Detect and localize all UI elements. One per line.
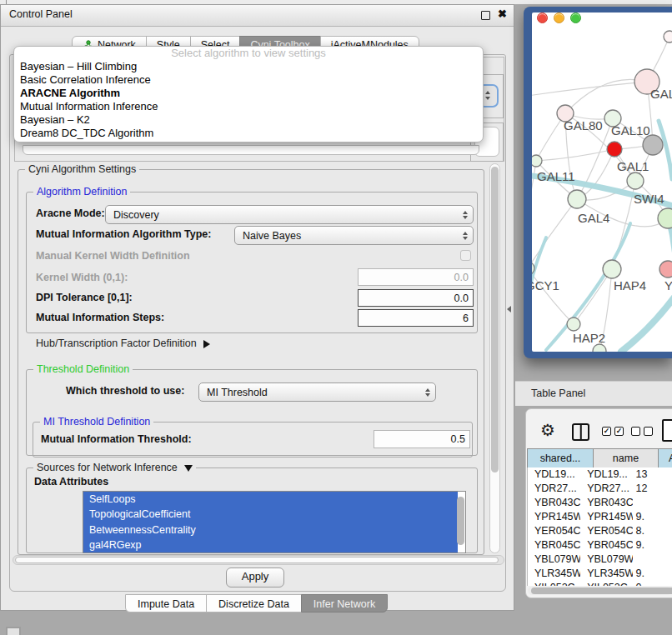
control-panel-titlebar[interactable]: Control Panel ✖	[1, 5, 514, 27]
column-header-name[interactable]: name	[594, 449, 659, 468]
network-edge[interactable]	[532, 82, 647, 96]
mi-threshold-field[interactable]	[374, 430, 470, 448]
network-node[interactable]	[593, 344, 606, 352]
mi-threshold-label: Mutual Information Threshold:	[41, 433, 192, 445]
kernel-width-field[interactable]	[358, 268, 474, 286]
list-scrollbar[interactable]	[457, 497, 464, 545]
settings-horizontal-scrollbar[interactable]	[13, 555, 504, 565]
which-threshold-combo[interactable]: MI Threshold	[198, 382, 436, 402]
tab-discretize-data[interactable]: Discretize Data	[206, 594, 302, 612]
network-edge-highlight[interactable]	[532, 238, 546, 312]
dropdown-item[interactable]: Dream8 DC_TDC Algorithm	[14, 127, 483, 140]
table-cell: YBL079W	[580, 552, 632, 567]
apply-button[interactable]: Apply	[226, 568, 284, 588]
aracne-mode-combo[interactable]: Discovery	[105, 205, 474, 224]
table-row[interactable]: YPR145WYPR145W9.	[528, 510, 672, 524]
tab-infer-network[interactable]: Infer Network	[301, 594, 388, 612]
table-cell: YPR145W	[580, 510, 632, 524]
table-row[interactable]: YBL079WYBL079W	[528, 552, 672, 567]
table-body: YDL19...YDL19...13YDR27...YDR27...12YBR0…	[527, 468, 672, 586]
combo-arrows-icon	[463, 211, 468, 219]
select-all-icon[interactable]: ✓ ✓	[602, 427, 624, 436]
which-threshold-label: Which threshold to use:	[66, 385, 184, 397]
table-header-row: shared... name A	[527, 448, 672, 468]
close-traffic-icon[interactable]	[537, 12, 548, 23]
network-edge-highlight[interactable]	[621, 296, 672, 352]
combo-arrows-icon	[425, 388, 430, 397]
dropdown-item-highlighted[interactable]: ARACNE Algorithm	[14, 87, 483, 100]
table-cell: YLR345W	[580, 567, 632, 581]
table-cell: YIL052C	[528, 581, 580, 586]
data-attributes-label: Data Attributes	[34, 476, 108, 488]
network-node[interactable]	[627, 172, 644, 189]
table-row[interactable]: YIL052CYIL052C0.	[528, 581, 672, 586]
list-item[interactable]: gal4RGexp	[83, 538, 458, 552]
network-node[interactable]	[567, 318, 580, 331]
algorithm-combo-under-popup[interactable]	[23, 145, 479, 155]
table-cell: YBR045C	[580, 538, 632, 552]
network-node[interactable]	[603, 260, 621, 278]
minimize-traffic-icon[interactable]	[554, 12, 564, 23]
spinner-down-icon	[485, 97, 490, 100]
table-cell: YBR045C	[528, 538, 580, 552]
network-edge[interactable]	[532, 268, 574, 324]
list-item[interactable]: TopologicalCoefficient	[83, 507, 458, 522]
node-label: HAP2	[573, 331, 605, 345]
dropdown-item[interactable]: Bayesian – K2	[14, 113, 483, 127]
table-row[interactable]: YBR043CYBR043C	[528, 496, 672, 510]
column-header-shared-name[interactable]: shared...	[528, 449, 594, 468]
gear-icon[interactable]: ⚙	[540, 420, 555, 440]
list-item[interactable]: SelfLoops	[83, 492, 458, 507]
close-icon[interactable]: ✖	[498, 8, 507, 20]
tab-impute-data[interactable]: Impute Data	[125, 594, 207, 612]
network-edge[interactable]	[536, 149, 614, 161]
dpi-tolerance-field[interactable]	[358, 289, 474, 307]
dropdown-item[interactable]: Mutual Information Inference	[14, 100, 483, 113]
network-node[interactable]	[607, 142, 622, 157]
panel-divider-arrow-icon[interactable]	[507, 306, 511, 312]
scrollbar-thumb[interactable]	[15, 557, 499, 563]
manual-kernel-checkbox[interactable]	[460, 250, 471, 261]
dropdown-item[interactable]: Basic Correlation Inference	[14, 73, 483, 87]
dropdown-item[interactable]: Bayesian – Hill Climbing	[14, 60, 483, 73]
network-node[interactable]	[568, 190, 586, 208]
table-row[interactable]: YDR27...YDR27...12	[528, 482, 672, 496]
table-row[interactable]: YLR345WYLR345W9.	[528, 567, 672, 581]
hub-definition-toggle[interactable]: Hub/Transcription Factor Definition	[36, 338, 210, 349]
columns-icon[interactable]	[572, 423, 589, 441]
network-node[interactable]	[659, 261, 672, 278]
zoom-traffic-icon[interactable]	[570, 12, 581, 23]
float-icon[interactable]	[481, 11, 490, 20]
node-label: GAL11	[537, 169, 575, 183]
mi-steps-field[interactable]	[358, 309, 474, 327]
node-label: GAL1	[617, 159, 649, 173]
sources-toggle[interactable]: Sources for Network Inference	[33, 462, 196, 473]
deselect-all-icon[interactable]	[631, 427, 653, 436]
document-icon[interactable]	[662, 419, 672, 442]
table-cell	[633, 496, 672, 510]
node-label: GAL4	[578, 211, 609, 225]
list-item[interactable]: BetweennessCentrality	[83, 522, 458, 538]
network-node[interactable]	[532, 155, 542, 167]
table-row[interactable]: YDL19...YDL19...13	[528, 468, 672, 482]
network-node[interactable]	[658, 208, 672, 228]
manual-kernel-label: Manual Kernel Width Definition	[36, 250, 190, 262]
scrollbar-thumb[interactable]	[531, 588, 672, 594]
column-header-partial[interactable]: A	[659, 449, 672, 468]
combo-arrows-icon	[463, 232, 468, 240]
network-graph[interactable]: GAL7GAL80GAL10GAL1GAL11SWI4GAL4GCY1HAP4Y…	[532, 23, 672, 352]
table-row[interactable]: YER054CYER054C8.	[528, 524, 672, 538]
settings-vertical-scrollbar[interactable]	[489, 163, 500, 553]
data-attributes-list[interactable]: SelfLoops TopologicalCoefficient Between…	[83, 491, 466, 553]
network-node[interactable]	[643, 135, 663, 155]
table-cell: YDL19...	[580, 468, 632, 482]
mini-panel-icon[interactable]	[6, 627, 21, 635]
network-edge[interactable]	[532, 161, 536, 217]
table-row[interactable]: YBR045CYBR045C9.	[528, 538, 672, 552]
spinner-up-icon	[485, 91, 490, 94]
mi-type-combo[interactable]: Naive Bayes	[234, 226, 474, 245]
table-cell: YBR043C	[528, 496, 580, 510]
expand-right-icon	[203, 340, 210, 348]
scrollbar-thumb[interactable]	[491, 167, 499, 472]
network-node[interactable]	[664, 31, 672, 42]
